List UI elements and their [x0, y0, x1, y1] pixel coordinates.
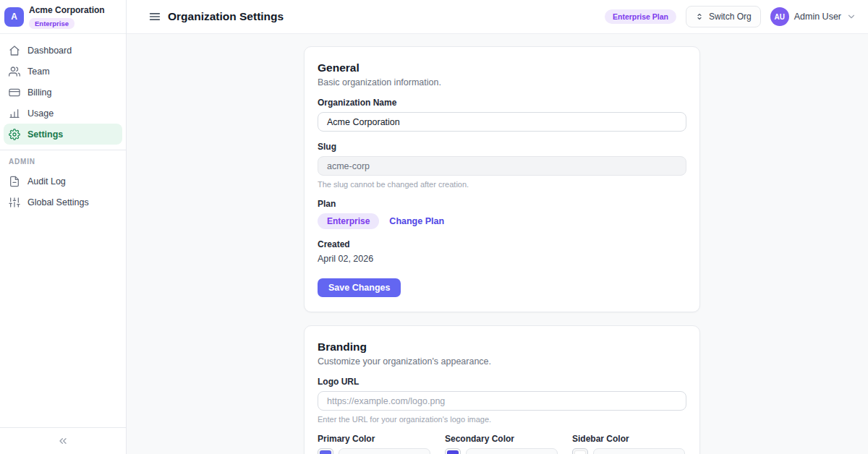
- general-card-subtitle: Basic organization information.: [318, 77, 686, 87]
- slug-field: Slug The slug cannot be changed after cr…: [318, 142, 686, 189]
- sidebar-footer: [0, 427, 126, 454]
- org-avatar: A: [4, 7, 24, 27]
- slug-label: Slug: [318, 142, 686, 152]
- sidebar-item-usage[interactable]: Usage: [4, 103, 122, 124]
- menu-button[interactable]: [148, 10, 161, 23]
- sidebar: A Acme Corporation Enterprise Dashboard …: [0, 0, 127, 454]
- color-fields-row: Primary Color Secondary Color: [318, 434, 686, 454]
- plan-value-badge: Enterprise: [318, 213, 379, 229]
- save-changes-button[interactable]: Save Changes: [318, 278, 401, 297]
- created-value: April 02, 2026: [318, 254, 686, 264]
- content-scroll-area[interactable]: General Basic organization information. …: [127, 34, 868, 454]
- file-text-icon: [9, 176, 20, 187]
- secondary-color-inputs: [445, 448, 558, 454]
- chevrons-up-down-icon: [695, 12, 704, 21]
- logo-url-input[interactable]: [318, 391, 686, 411]
- secondary-color-fill: [447, 450, 459, 454]
- page-title: Organization Settings: [168, 10, 284, 23]
- secondary-color-hex-input[interactable]: [466, 448, 558, 454]
- switch-org-button[interactable]: Switch Org: [686, 6, 761, 27]
- sidebar-item-label: Settings: [27, 129, 63, 140]
- sliders-icon: [9, 197, 20, 208]
- slug-helper-text: The slug cannot be changed after creatio…: [318, 180, 686, 189]
- gear-icon: [9, 129, 20, 140]
- sidebar-item-audit-log[interactable]: Audit Log: [4, 171, 122, 192]
- chevron-down-icon: [846, 12, 856, 22]
- sidebar-item-label: Usage: [27, 108, 54, 119]
- sidebar-color-label: Sidebar Color: [572, 434, 685, 444]
- created-label: Created: [318, 239, 686, 249]
- switch-org-label: Switch Org: [709, 12, 752, 22]
- plan-field: Plan Enterprise Change Plan: [318, 199, 686, 229]
- bar-chart-icon: [9, 108, 20, 119]
- org-plan-badge: Enterprise: [29, 18, 75, 29]
- plan-badge: Enterprise Plan: [605, 9, 676, 24]
- org-name-field: Organization Name: [318, 98, 686, 132]
- sidebar-item-global-settings[interactable]: Global Settings: [4, 192, 122, 213]
- logo-url-helper-text: Enter the URL for your organization's lo…: [318, 415, 686, 424]
- org-name-label: Organization Name: [318, 98, 686, 108]
- home-icon: [9, 45, 20, 56]
- sidebar-color-hex-input[interactable]: [593, 448, 685, 454]
- change-plan-link[interactable]: Change Plan: [389, 216, 444, 226]
- user-avatar: AU: [770, 7, 789, 26]
- secondary-color-label: Secondary Color: [445, 434, 558, 444]
- primary-color-fill: [320, 450, 331, 454]
- topbar-right: Enterprise Plan Switch Org AU Admin User: [605, 6, 856, 27]
- credit-card-icon: [9, 87, 20, 98]
- logo-url-field: Logo URL Enter the URL for your organiza…: [318, 377, 686, 424]
- main-area: Organization Settings Enterprise Plan Sw…: [127, 0, 868, 454]
- plan-label: Plan: [318, 199, 686, 209]
- secondary-color-field: Secondary Color: [445, 434, 558, 454]
- branding-card-subtitle: Customize your organization's appearance…: [318, 356, 686, 367]
- sidebar-color-field: Sidebar Color: [572, 434, 685, 454]
- primary-color-swatch[interactable]: [318, 448, 333, 454]
- sidebar-color-fill: [574, 450, 586, 454]
- secondary-color-swatch[interactable]: [445, 448, 461, 454]
- user-name: Admin User: [794, 12, 841, 22]
- sidebar-nav: Dashboard Team Billing Usage Settings AD…: [0, 34, 126, 427]
- sidebar-color-swatch[interactable]: [572, 448, 588, 454]
- sidebar-item-label: Audit Log: [27, 176, 66, 187]
- sidebar-item-settings[interactable]: Settings: [4, 124, 122, 145]
- plan-row: Enterprise Change Plan: [318, 213, 686, 229]
- sidebar-item-dashboard[interactable]: Dashboard: [4, 40, 122, 61]
- sidebar-item-label: Billing: [27, 87, 51, 98]
- hamburger-icon: [148, 10, 161, 23]
- sidebar-item-label: Global Settings: [27, 197, 89, 207]
- org-name: Acme Corporation: [29, 5, 105, 16]
- primary-color-inputs: [318, 448, 430, 454]
- topbar: Organization Settings Enterprise Plan Sw…: [127, 0, 868, 34]
- logo-url-label: Logo URL: [318, 377, 686, 387]
- sidebar-item-label: Dashboard: [27, 46, 72, 56]
- branding-card-title: Branding: [318, 340, 686, 354]
- branding-card: Branding Customize your organization's a…: [304, 325, 700, 454]
- org-info: Acme Corporation Enterprise: [29, 5, 105, 29]
- users-icon: [9, 66, 20, 77]
- chevrons-left-icon: [57, 435, 69, 447]
- collapse-sidebar-button[interactable]: [57, 435, 69, 447]
- general-card-title: General: [318, 61, 686, 74]
- sidebar-item-team[interactable]: Team: [4, 61, 122, 82]
- sidebar-item-billing[interactable]: Billing: [4, 82, 122, 103]
- sidebar-item-label: Team: [27, 67, 50, 77]
- sidebar-section-admin: ADMIN: [4, 150, 122, 171]
- sidebar-org-header[interactable]: A Acme Corporation Enterprise: [0, 0, 126, 34]
- primary-color-label: Primary Color: [318, 434, 430, 444]
- slug-input: [318, 156, 686, 176]
- org-name-input[interactable]: [318, 112, 686, 132]
- created-field: Created April 02, 2026: [318, 239, 686, 264]
- sidebar-color-inputs: [572, 448, 685, 454]
- user-menu[interactable]: AU Admin User: [770, 7, 856, 26]
- general-card: General Basic organization information. …: [304, 46, 700, 312]
- app-window: A Acme Corporation Enterprise Dashboard …: [0, 0, 868, 454]
- primary-color-hex-input[interactable]: [339, 448, 430, 454]
- primary-color-field: Primary Color: [318, 434, 430, 454]
